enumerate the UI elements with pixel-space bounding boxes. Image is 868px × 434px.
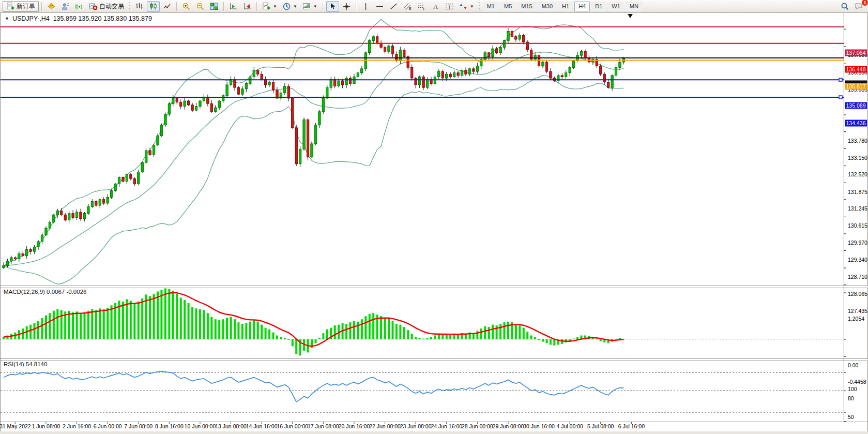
macd-histogram-bar bbox=[480, 328, 482, 339]
candle-body bbox=[318, 112, 321, 125]
new-order-button[interactable]: 新订单 bbox=[3, 1, 39, 12]
time-axis-label: 6 Jun 00:00 bbox=[94, 423, 122, 429]
time-axis-label: 23 Jun 08:00 bbox=[400, 423, 432, 429]
crosshair-button[interactable] bbox=[340, 1, 353, 12]
auto-scroll-button[interactable] bbox=[227, 1, 240, 12]
text-label-button[interactable]: T bbox=[443, 1, 456, 12]
price-chart-canvas[interactable] bbox=[1, 0, 868, 434]
line-chart-button[interactable] bbox=[161, 1, 174, 12]
indicators-icon bbox=[262, 2, 271, 11]
macd-histogram-bar bbox=[18, 330, 20, 339]
chart-shift-button[interactable] bbox=[241, 1, 254, 12]
macd-histogram-bar bbox=[342, 323, 344, 339]
candle-body bbox=[311, 144, 313, 157]
candle-body bbox=[215, 108, 217, 112]
candle-body bbox=[499, 48, 501, 53]
macd-histogram-bar bbox=[453, 334, 455, 340]
chat-button[interactable]: 1 bbox=[852, 1, 866, 12]
candle-body bbox=[603, 74, 605, 82]
candle-body bbox=[103, 200, 105, 203]
candle-body bbox=[376, 37, 378, 43]
candle-body bbox=[353, 77, 355, 84]
market-watch-button[interactable] bbox=[59, 1, 72, 12]
macd-histogram-bar bbox=[64, 311, 66, 339]
line-handle bbox=[839, 78, 842, 81]
macd-histogram-bar bbox=[330, 328, 332, 339]
pane-splitter-rsi[interactable] bbox=[1, 358, 868, 361]
candle-body bbox=[588, 58, 590, 62]
tf-button-M15[interactable]: M15 bbox=[517, 2, 536, 11]
tf-button-M30[interactable]: M30 bbox=[538, 2, 557, 11]
macd-histogram-bar bbox=[515, 324, 517, 339]
tf-button-H1[interactable]: H1 bbox=[558, 2, 573, 11]
arrows-button[interactable]: ▼ bbox=[457, 1, 476, 12]
tf-button-H4[interactable]: H4 bbox=[574, 2, 590, 11]
macd-histogram-bar bbox=[326, 330, 328, 339]
macd-histogram-bar bbox=[504, 322, 506, 339]
indicators-button[interactable]: ▼ bbox=[260, 1, 279, 12]
bar-chart-button[interactable] bbox=[133, 1, 146, 12]
time-axis-label: 31 May 2022 bbox=[0, 423, 31, 429]
toolbar-separator bbox=[356, 2, 357, 11]
vertical-line-button[interactable] bbox=[359, 1, 372, 12]
macd-histogram-bar bbox=[210, 317, 212, 339]
tf-button-M1[interactable]: M1 bbox=[483, 2, 499, 11]
macd-histogram-bar bbox=[369, 314, 371, 339]
tf-button-MN[interactable]: MN bbox=[626, 2, 643, 11]
cursor-button[interactable] bbox=[326, 1, 339, 12]
macd-histogram-bar bbox=[118, 301, 120, 339]
auto-trading-button[interactable]: 自动交易 bbox=[87, 1, 126, 12]
macd-histogram-bar bbox=[388, 319, 390, 339]
candle-body bbox=[287, 86, 290, 98]
trendline-button[interactable] bbox=[387, 1, 400, 12]
search-button[interactable] bbox=[839, 1, 851, 12]
macd-histogram-bar bbox=[484, 326, 486, 339]
macd-histogram-bar bbox=[126, 299, 128, 339]
tf-button-M5[interactable]: M5 bbox=[500, 2, 516, 11]
zoom-out-button[interactable] bbox=[194, 1, 207, 12]
bar-chart-icon bbox=[135, 2, 144, 11]
candle-body bbox=[611, 76, 613, 87]
collapse-panel-icon[interactable]: ▼ bbox=[5, 16, 9, 21]
candle-body bbox=[473, 69, 475, 71]
macd-pane-canvas[interactable] bbox=[1, 0, 868, 434]
charts-profile-button[interactable] bbox=[45, 1, 58, 12]
macd-histogram-bar bbox=[284, 338, 286, 339]
candlestick-button[interactable] bbox=[147, 1, 160, 12]
macd-histogram-bar bbox=[430, 337, 432, 340]
time-axis-label: 7 Jun 08:00 bbox=[124, 423, 153, 429]
tf-button-W1[interactable]: W1 bbox=[607, 2, 625, 11]
macd-histogram-bar bbox=[80, 313, 82, 339]
fibonacci-button[interactable]: F bbox=[415, 1, 428, 12]
price-tick-label: 131.875 bbox=[848, 189, 867, 195]
notification-badge: 1 bbox=[861, 0, 868, 6]
periods-button[interactable]: ▼ bbox=[280, 1, 299, 12]
candle-body bbox=[426, 80, 428, 88]
time-axis-label: 28 Jun 00:00 bbox=[462, 423, 493, 429]
candle-body bbox=[141, 162, 143, 172]
macd-histogram-bar bbox=[419, 338, 421, 339]
templates-button[interactable]: ▼ bbox=[300, 1, 319, 12]
price-badge: 137.064 bbox=[845, 49, 867, 56]
rsi-pane-canvas[interactable] bbox=[1, 0, 868, 434]
candle-body bbox=[519, 35, 521, 39]
candle-body bbox=[276, 90, 278, 98]
candle-body bbox=[584, 51, 586, 58]
macd-histogram-bar bbox=[168, 289, 170, 339]
horizontal-line-button[interactable] bbox=[373, 1, 386, 12]
candle-body bbox=[488, 53, 490, 57]
macd-axis-label: -0.4458 bbox=[848, 379, 866, 385]
tf-button-D1[interactable]: D1 bbox=[591, 2, 606, 11]
candle-body bbox=[80, 212, 82, 219]
channel-button[interactable]: E bbox=[401, 1, 414, 12]
candle-body bbox=[106, 198, 109, 203]
candle-body bbox=[83, 214, 85, 219]
signals-button[interactable] bbox=[73, 1, 86, 12]
window-bottom-frame bbox=[1, 431, 868, 434]
tile-windows-button[interactable] bbox=[208, 1, 221, 12]
macd-histogram-bar bbox=[195, 308, 197, 339]
pane-splitter-macd[interactable] bbox=[1, 286, 868, 288]
text-button[interactable]: A bbox=[429, 1, 442, 12]
macd-histogram-bar bbox=[99, 308, 101, 339]
zoom-in-button[interactable] bbox=[180, 1, 193, 12]
